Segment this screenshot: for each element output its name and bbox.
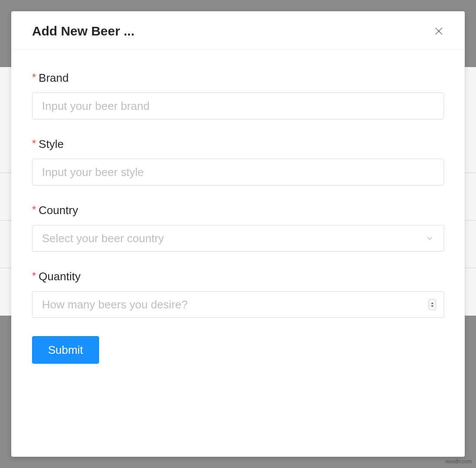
quantity-label: *Quantity (32, 270, 444, 283)
watermark: wsxdn.com (446, 458, 472, 465)
modal-title: Add New Beer ... (32, 24, 135, 38)
quantity-label-text: Quantity (39, 270, 80, 283)
required-mark: * (32, 71, 36, 83)
brand-label: *Brand (32, 71, 444, 85)
submit-button[interactable]: Submit (32, 336, 99, 364)
chevron-down-icon (425, 234, 434, 243)
modal-body: *Brand *Style *Country Select your beer … (11, 50, 465, 385)
form-item-country: *Country Select your beer country (32, 204, 444, 252)
style-label-text: Style (39, 138, 64, 151)
brand-label-text: Brand (39, 71, 68, 84)
form-item-style: *Style (32, 138, 444, 186)
style-input[interactable] (32, 159, 444, 186)
style-label: *Style (32, 138, 444, 151)
close-button[interactable] (431, 23, 447, 39)
add-beer-modal: Add New Beer ... *Brand *Style *Country (11, 11, 465, 457)
country-label-text: Country (39, 204, 78, 217)
form-item-quantity: *Quantity (32, 270, 444, 318)
modal-header: Add New Beer ... (11, 11, 465, 50)
form-item-brand: *Brand (32, 71, 444, 119)
quantity-input-wrapper (32, 291, 444, 318)
required-mark: * (32, 270, 36, 282)
required-mark: * (32, 138, 36, 149)
quantity-stepper[interactable] (428, 299, 436, 310)
country-placeholder: Select your beer country (42, 232, 164, 245)
country-select[interactable]: Select your beer country (32, 225, 444, 252)
quantity-input[interactable] (32, 291, 444, 318)
country-label: *Country (32, 204, 444, 217)
close-icon (433, 26, 444, 37)
brand-input[interactable] (32, 93, 444, 119)
required-mark: * (32, 204, 36, 215)
